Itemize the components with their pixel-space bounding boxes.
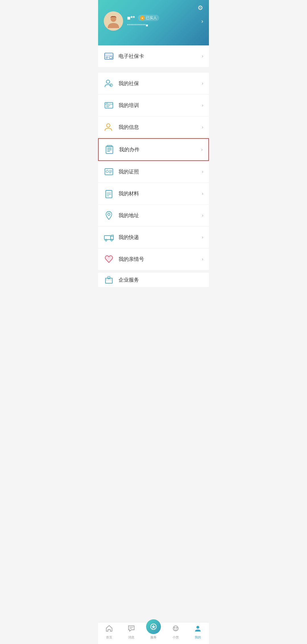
social-security-icon — [104, 78, 114, 89]
menu-item-my-affairs[interactable]: 我的办件 › — [98, 138, 209, 161]
my-info-icon — [104, 122, 114, 132]
profile-phone: ************■ — [127, 23, 197, 28]
express-label: 我的快递 — [119, 234, 202, 241]
menu-item-my-info[interactable]: 我的信息 › — [98, 116, 209, 138]
menu-item-certificates[interactable]: 我的证照 › — [98, 161, 209, 183]
family-icon — [104, 254, 114, 264]
profile-info: ■** ● 已实人 ************■ — [127, 15, 197, 28]
express-arrow: › — [202, 235, 203, 240]
express-icon — [104, 232, 114, 242]
family-label: 我的亲情号 — [119, 256, 202, 263]
menu-section-card: 电子社保卡 › — [98, 45, 209, 67]
svg-point-15 — [107, 124, 110, 127]
training-arrow: › — [202, 103, 203, 108]
svg-rect-5 — [109, 56, 112, 58]
menu-item-express[interactable]: 我的快递 › — [98, 226, 209, 248]
verified-badge: ● 已实人 — [138, 15, 159, 21]
svg-rect-26 — [106, 190, 112, 198]
partial-item-enterprise[interactable]: 企业服务 — [98, 273, 209, 287]
menu-section-services: 我的社保 › 我的培训 › — [98, 73, 209, 270]
page-content: 电子社保卡 › 我的社保 › — [98, 45, 209, 310]
address-arrow: › — [202, 213, 203, 218]
svg-rect-27 — [106, 190, 112, 191]
profile-header: ⚙ ■** ● 已实人 ************■ › — [98, 0, 209, 45]
address-icon — [104, 210, 114, 221]
svg-rect-2 — [105, 54, 113, 56]
enterprise-icon — [104, 275, 114, 285]
enterprise-label: 企业服务 — [119, 276, 203, 283]
verified-icon: ● — [140, 16, 145, 20]
family-arrow: › — [202, 257, 203, 262]
address-label: 我的地址 — [119, 212, 202, 219]
profile-name: ■** — [127, 15, 135, 21]
social-security-label: 我的社保 — [119, 80, 202, 87]
materials-icon — [104, 188, 114, 199]
my-affairs-label: 我的办件 — [119, 146, 201, 153]
menu-item-electronic-card[interactable]: 电子社保卡 › — [98, 45, 209, 67]
certificates-label: 我的证照 — [119, 168, 202, 175]
card-icon — [104, 51, 114, 61]
svg-point-9 — [111, 85, 111, 86]
verified-text: 已实人 — [146, 15, 157, 20]
settings-icon[interactable]: ⚙ — [198, 4, 203, 12]
certificates-arrow: › — [202, 169, 203, 174]
training-label: 我的培训 — [119, 102, 202, 109]
menu-item-address[interactable]: 我的地址 › — [98, 205, 209, 226]
certificates-icon — [104, 167, 114, 177]
social-security-arrow: › — [202, 81, 203, 86]
menu-item-family[interactable]: 我的亲情号 › — [98, 248, 209, 270]
svg-point-22 — [106, 170, 108, 173]
electronic-card-arrow: › — [202, 54, 203, 59]
my-affairs-icon — [104, 144, 115, 155]
menu-item-materials[interactable]: 我的材料 › — [98, 183, 209, 205]
my-affairs-arrow: › — [201, 147, 203, 152]
electronic-card-label: 电子社保卡 — [119, 53, 202, 60]
section-gap-1 — [98, 70, 209, 73]
menu-item-training[interactable]: 我的培训 › — [98, 95, 209, 116]
profile-arrow[interactable]: › — [201, 18, 203, 24]
menu-item-social-security[interactable]: 我的社保 › — [98, 73, 209, 95]
svg-rect-32 — [104, 236, 111, 240]
svg-point-31 — [108, 213, 110, 215]
training-icon — [104, 100, 114, 110]
my-info-arrow: › — [202, 125, 203, 130]
svg-point-6 — [106, 80, 110, 83]
avatar — [104, 11, 123, 31]
my-info-label: 我的信息 — [119, 124, 202, 131]
svg-rect-10 — [105, 102, 113, 108]
materials-arrow: › — [202, 191, 203, 196]
materials-label: 我的材料 — [119, 190, 202, 197]
